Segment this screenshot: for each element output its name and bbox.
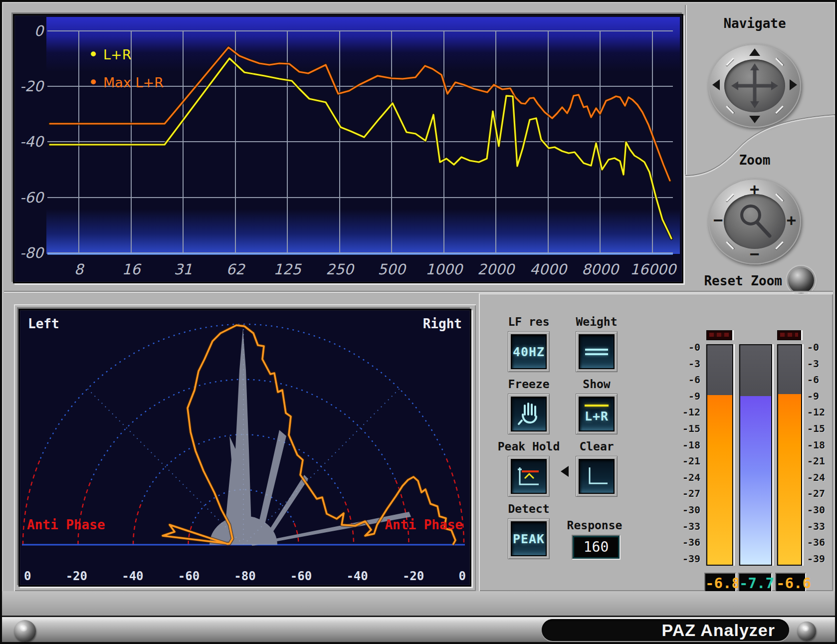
axis-icon: [584, 464, 610, 488]
polar-tick-label: 0: [24, 569, 31, 583]
response-label: Response: [555, 519, 634, 532]
detect-value: PEAK: [513, 532, 545, 546]
peak-hold-button[interactable]: [508, 456, 550, 497]
polar-tick-label: -60: [178, 569, 200, 583]
goniometer-plot: [20, 310, 467, 582]
x-tick-label: 2000: [473, 261, 518, 278]
legend-item-lr[interactable]: • L+R: [88, 40, 164, 68]
meter-tick-label: -6: [807, 374, 832, 386]
hand-icon: [517, 402, 541, 427]
navigate-left-icon[interactable]: [712, 79, 720, 90]
meter-fill: [778, 394, 801, 565]
meter-tick-label: -9: [807, 390, 832, 402]
y-tick-label: -20: [17, 78, 43, 95]
navigate-pad[interactable]: [708, 44, 801, 128]
y-tick-label: -80: [17, 244, 43, 261]
meter-tick-label: -36: [668, 536, 700, 548]
polar-tick-label: -20: [403, 569, 424, 583]
show-button[interactable]: L+R: [576, 394, 618, 434]
zoom-out-bottom-icon[interactable]: −: [750, 244, 759, 263]
double-line-icon: [585, 346, 608, 358]
meter-scale-left: -0-3-6-9-12-15-18-21-24-27-30-33-36-39: [668, 341, 700, 565]
lf-res-value: 40HZ: [513, 345, 545, 359]
navigate-up-icon[interactable]: [749, 48, 760, 56]
zoom-label: Zoom: [708, 153, 801, 168]
x-tick-label: 31: [161, 261, 206, 278]
magnifier-icon: [724, 194, 786, 249]
zoom-in-top-icon[interactable]: +: [750, 180, 759, 199]
meter-readout-right[interactable]: -6.6: [775, 573, 806, 594]
zoom-pad-center[interactable]: [724, 194, 786, 249]
meter-tick-label: -15: [668, 423, 700, 434]
meter-readout-sum[interactable]: -7.7: [738, 573, 772, 594]
antiphase-left-label: Anti Phase: [27, 517, 105, 532]
navigate-right-icon[interactable]: [790, 79, 797, 90]
x-tick-label: 125: [265, 261, 310, 278]
antiphase-right-label: Anti Phase: [385, 517, 463, 532]
x-tick-label: 4000: [526, 261, 571, 278]
weight-button[interactable]: [576, 331, 618, 372]
legend: • L+R • Max L+R: [88, 40, 164, 96]
meter-tick-label: -3: [807, 358, 832, 370]
level-meter-right: [777, 344, 802, 566]
polar-panel: Left Right Anti Phase Anti Phase 0-20-40…: [14, 304, 476, 591]
x-tick-label: 8: [56, 261, 101, 278]
freeze-button[interactable]: [508, 394, 550, 434]
meter-tick-label: -15: [807, 423, 832, 434]
polar-axis-labels: 0-20-40-60-80-60-40-200: [24, 569, 466, 583]
x-tick-label: 8000: [578, 261, 623, 278]
meter-readout-left[interactable]: -6.8: [704, 573, 736, 594]
response-display[interactable]: 160: [572, 535, 621, 560]
meter-tick-label: -12: [668, 406, 700, 418]
paz-analyzer-window: 0-20-40-60-80 81631621252505001000200040…: [0, 0, 837, 644]
polar-tick-label: 0: [458, 569, 465, 583]
waves-ball-icon[interactable]: [14, 620, 36, 642]
meter-tick-label: -21: [807, 455, 832, 467]
x-tick-label: 1000: [421, 261, 466, 278]
meter-tick-label: -39: [668, 553, 700, 565]
meter-tick-label: -30: [668, 504, 700, 516]
reset-zoom-button[interactable]: [788, 267, 814, 293]
stereo-energy-fan: [209, 328, 411, 546]
left-channel-label: Left: [28, 316, 59, 331]
navigate-pad-center[interactable]: [724, 59, 785, 112]
stereo-position-display[interactable]: Left Right Anti Phase Anti Phase 0-20-40…: [18, 309, 471, 587]
plugin-title-badge: PAZ Analyzer: [542, 619, 789, 641]
zoom-in-right-icon[interactable]: +: [787, 211, 796, 229]
bottom-spacer: [2, 591, 835, 616]
meter-fill: [740, 396, 771, 565]
level-meter-sum: [739, 344, 772, 566]
lf-res-button[interactable]: 40HZ: [508, 331, 550, 372]
meter-tick-label: -36: [807, 536, 832, 548]
x-tick-label: 16: [109, 261, 154, 278]
right-channel-label: Right: [423, 316, 462, 331]
controls-panel: LF res 40HZ Weight Freeze: [479, 293, 833, 591]
clear-button[interactable]: [576, 456, 618, 497]
polar-tick-label: -80: [234, 569, 255, 583]
polar-tick-label: -60: [290, 569, 312, 583]
legend-dot-icon: •: [88, 77, 98, 87]
reset-zoom-label: Reset Zoom: [682, 273, 782, 288]
spectrum-display[interactable]: 0-20-40-60-80 81631621252505001000200040…: [13, 14, 683, 283]
meter-tick-label: -30: [807, 504, 832, 516]
y-tick-label: -60: [17, 189, 43, 206]
cross-arrows-icon: [724, 59, 785, 112]
navigate-label: Navigate: [708, 16, 801, 31]
legend-dot-icon: •: [88, 49, 98, 59]
peak-hold-axis-icon: [516, 464, 542, 488]
legend-item-max-lr[interactable]: • Max L+R: [88, 68, 164, 96]
zoom-pad[interactable]: + + − −: [708, 179, 801, 264]
detect-button[interactable]: PEAK: [508, 518, 550, 559]
clip-led[interactable]: [706, 330, 732, 340]
meter-tick-label: -9: [668, 390, 700, 402]
y-tick-label: 0: [17, 22, 43, 39]
meter-tick-label: -3: [668, 358, 700, 370]
show-label: Show: [557, 378, 636, 391]
waves-ball-icon[interactable]: [797, 622, 816, 641]
clip-led[interactable]: [777, 330, 801, 340]
zoom-out-left-icon[interactable]: −: [713, 211, 723, 229]
navigate-down-icon[interactable]: [749, 116, 760, 123]
legend-label: L+R: [103, 47, 131, 62]
x-tick-label: 16000: [630, 261, 675, 278]
meter-tick-label: -24: [807, 471, 832, 483]
